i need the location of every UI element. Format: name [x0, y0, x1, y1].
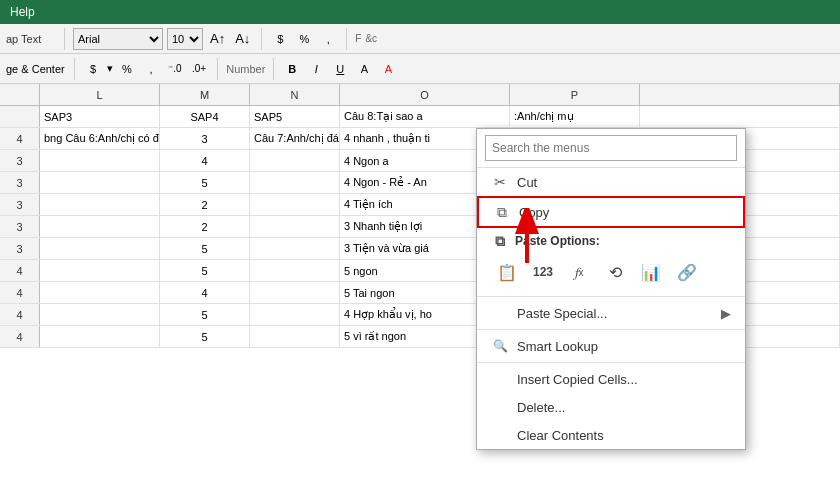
number-section-label: Number	[226, 63, 265, 75]
cell-L[interactable]	[40, 172, 160, 193]
title-text: Help	[10, 5, 35, 19]
context-menu: ✂ Cut ⧉ Copy ⧉ Paste Options: 📋 123 𝑓x ⟲…	[476, 128, 746, 450]
menu-item-copy[interactable]: ⧉ Copy	[477, 196, 745, 228]
delete-label: Delete...	[517, 400, 565, 415]
col-headers: L M N O P	[0, 84, 840, 106]
cell-L[interactable]	[40, 216, 160, 237]
percent-btn[interactable]: %	[294, 29, 314, 49]
cell-N[interactable]	[250, 326, 340, 347]
menu-search-input[interactable]	[485, 135, 737, 161]
row-num-cell: 3	[0, 172, 40, 193]
font-name-select[interactable]: Arial	[73, 28, 163, 50]
menu-item-insert-copied[interactable]: Insert Copied Cells...	[477, 365, 745, 393]
menu-item-cut[interactable]: ✂ Cut	[477, 168, 745, 196]
menu-item-clear-contents[interactable]: Clear Contents	[477, 421, 745, 449]
clear-icon	[491, 426, 509, 444]
cell-N[interactable]	[250, 260, 340, 281]
cell-N[interactable]	[250, 172, 340, 193]
cell-N[interactable]	[250, 238, 340, 259]
cell-L[interactable]: SAP3	[40, 106, 160, 127]
menu-item-paste-special[interactable]: Paste Special... ▶	[477, 299, 745, 327]
table-row[interactable]: SAP3 SAP4 SAP5 Câu 8:Tại sao a :Anh/chị …	[0, 106, 840, 128]
editing-label-top: &c	[365, 33, 377, 44]
smart-lookup-icon: 🔍	[491, 337, 509, 355]
row-num-cell: 4	[0, 282, 40, 303]
delete-icon	[491, 398, 509, 416]
cell-N[interactable]	[250, 150, 340, 171]
col-header-P: P	[510, 84, 640, 105]
cell-L[interactable]	[40, 282, 160, 303]
smart-lookup-label: Smart Lookup	[517, 339, 598, 354]
search-box-wrap	[477, 129, 745, 168]
dollar-btn[interactable]: $	[270, 29, 290, 49]
cell-N[interactable]: SAP5	[250, 106, 340, 127]
shrink-font-btn[interactable]: A↓	[232, 29, 253, 49]
paste-options-icon: ⧉	[491, 232, 509, 250]
row-num-cell: 3	[0, 238, 40, 259]
paste-special-arrow: ▶	[721, 306, 731, 321]
cell-L[interactable]	[40, 238, 160, 259]
decrease-decimal-btn[interactable]: ⁻.0	[165, 59, 185, 79]
title-bar: Help	[0, 0, 840, 24]
row-num-cell: 4	[0, 326, 40, 347]
copy-label: Copy	[519, 205, 549, 220]
comma-btn[interactable]: ,	[318, 29, 338, 49]
cell-M[interactable]: 2	[160, 194, 250, 215]
bold-btn[interactable]: B	[282, 59, 302, 79]
cell-M[interactable]: SAP4	[160, 106, 250, 127]
cell-N[interactable]: Câu 7:Anh/chị đánh gi	[250, 128, 340, 149]
cell-M[interactable]: 4	[160, 150, 250, 171]
paste-btn-3[interactable]: 𝑓x	[563, 256, 595, 288]
paste-btn-6[interactable]: 🔗	[671, 256, 703, 288]
highlight-btn[interactable]: A	[354, 59, 374, 79]
cell-P[interactable]: :Anh/chị mụ	[510, 106, 640, 127]
paste-btn-5[interactable]: 📊	[635, 256, 667, 288]
cell-L[interactable]	[40, 304, 160, 325]
increase-decimal-btn[interactable]: .0+	[189, 59, 209, 79]
menu-item-delete[interactable]: Delete...	[477, 393, 745, 421]
percent-sign-btn[interactable]: %	[117, 59, 137, 79]
paste-btn-2[interactable]: 123	[527, 256, 559, 288]
merge-center-label: ge & Center	[6, 63, 66, 75]
clear-contents-label: Clear Contents	[517, 428, 604, 443]
grow-font-btn[interactable]: A↑	[207, 29, 228, 49]
cell-N[interactable]	[250, 304, 340, 325]
row-num-cell: 4	[0, 304, 40, 325]
cell-M[interactable]: 5	[160, 260, 250, 281]
paste-btn-1[interactable]: 📋	[491, 256, 523, 288]
menu-item-smart-lookup[interactable]: 🔍 Smart Lookup	[477, 332, 745, 360]
dollar-sign-btn[interactable]: $	[83, 59, 103, 79]
cell-L[interactable]	[40, 260, 160, 281]
cell-L[interactable]	[40, 194, 160, 215]
font-color-btn[interactable]: A	[378, 59, 398, 79]
cell-O[interactable]: Câu 8:Tại sao a	[340, 106, 510, 127]
cell-N[interactable]	[250, 194, 340, 215]
cell-M[interactable]: 3	[160, 128, 250, 149]
ribbon-row-1: ap Text Arial 10 A↑ A↓ $ % , F &c	[0, 24, 840, 54]
cell-M[interactable]: 5	[160, 326, 250, 347]
cell-M[interactable]: 5	[160, 304, 250, 325]
cell-N[interactable]	[250, 282, 340, 303]
col-header-N: N	[250, 84, 340, 105]
italic-btn[interactable]: I	[306, 59, 326, 79]
row-num-cell: 4	[0, 260, 40, 281]
cell-M[interactable]: 2	[160, 216, 250, 237]
cell-L[interactable]: bng Câu 6:Anh/chị có đồng	[40, 128, 160, 149]
paste-special-icon	[491, 304, 509, 322]
font-size-select[interactable]: 10	[167, 28, 203, 50]
paste-btn-4[interactable]: ⟲	[599, 256, 631, 288]
cell-M[interactable]: 5	[160, 172, 250, 193]
cell-M[interactable]: 4	[160, 282, 250, 303]
divider-4	[74, 58, 75, 80]
cell-L[interactable]	[40, 150, 160, 171]
cell-N[interactable]	[250, 216, 340, 237]
underline-btn[interactable]: U	[330, 59, 350, 79]
sep1: ▾	[107, 62, 113, 75]
cut-label: Cut	[517, 175, 537, 190]
cut-icon: ✂	[491, 173, 509, 191]
cell-M[interactable]: 5	[160, 238, 250, 259]
cell-L[interactable]	[40, 326, 160, 347]
col-header-M: M	[160, 84, 250, 105]
divider-6	[273, 58, 274, 80]
comma-sign-btn[interactable]: ,	[141, 59, 161, 79]
